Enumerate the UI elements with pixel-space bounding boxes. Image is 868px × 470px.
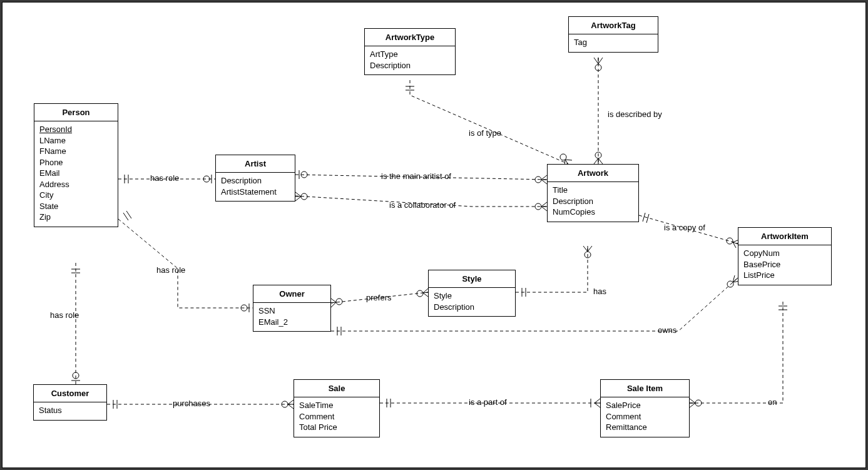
svg-line-19	[295, 192, 301, 197]
svg-point-14	[535, 176, 541, 183]
entity-title: Owner	[253, 285, 330, 303]
erd-canvas: Person PersonId LName FName Phone EMail …	[2, 2, 866, 468]
rel-is-described-by: is described by	[608, 110, 662, 119]
entity-title: ArtworkItem	[738, 228, 831, 245]
entity-title: Person	[34, 104, 118, 121]
rel-has-role-2: has role	[156, 265, 185, 275]
rel-is-part-of: is a part of	[469, 397, 507, 407]
svg-point-2	[203, 176, 210, 182]
svg-line-77	[595, 403, 600, 407]
rel-is-copy-of: is a copy of	[664, 223, 705, 232]
svg-line-29	[565, 160, 572, 160]
svg-line-42	[331, 302, 336, 303]
svg-line-71	[288, 404, 294, 409]
entity-attrs: SalePrice Comment Remittance	[601, 397, 689, 437]
svg-line-51	[583, 246, 588, 252]
svg-line-47	[423, 293, 428, 297]
svg-point-18	[301, 193, 307, 200]
rel-collaborator: is a collaborator of	[389, 200, 456, 210]
svg-line-65	[733, 275, 735, 282]
rel-has: has	[593, 287, 606, 296]
entity-artworkitem: ArtworkItem CopyNum BasePrice ListPrice	[738, 227, 832, 285]
entity-person: Person PersonId LName FName Phone EMail …	[34, 103, 118, 227]
svg-point-28	[560, 154, 566, 160]
svg-line-58	[733, 242, 738, 244]
entity-artworktag: ArtworkTag Tag	[568, 16, 658, 53]
entity-title: ArtworkType	[365, 29, 455, 46]
svg-line-21	[295, 197, 301, 201]
entity-title: Customer	[34, 385, 106, 402]
entity-attrs: SaleTime Comment Total Price	[294, 397, 379, 437]
svg-point-62	[727, 281, 733, 287]
svg-line-16	[541, 180, 547, 184]
svg-line-41	[331, 299, 336, 302]
entity-owner: Owner SSN EMail_2	[253, 285, 331, 332]
entity-sale: Sale SaleTime Comment Total Price	[294, 379, 380, 437]
svg-line-4	[123, 213, 128, 220]
svg-line-45	[423, 289, 428, 293]
svg-line-81	[690, 403, 695, 407]
svg-line-34	[598, 58, 603, 64]
entity-saleitem: Sale Item SalePrice Comment Remittance	[600, 379, 690, 437]
rel-prefers: prefers	[366, 293, 391, 302]
entity-attrs: Description ArtistStatement	[216, 173, 295, 201]
svg-line-46	[423, 292, 428, 293]
entity-artist: Artist Description ArtistStatement	[215, 155, 295, 202]
entity-attrs: PersonId LName FName Phone EMail Address…	[34, 121, 118, 227]
svg-line-79	[690, 399, 695, 403]
entity-attrs: Tag	[569, 34, 658, 52]
svg-point-6	[241, 305, 247, 311]
svg-point-35	[595, 64, 601, 71]
entity-attrs: SSN EMail_2	[253, 303, 330, 331]
rel-purchases: purchases	[173, 399, 210, 408]
svg-point-40	[336, 299, 342, 305]
entity-title: Sale	[294, 380, 379, 397]
svg-point-56	[727, 238, 733, 244]
svg-line-43	[331, 302, 336, 307]
rel-main-artist: is the main aritist of	[381, 171, 451, 181]
entity-title: Style	[429, 270, 515, 288]
svg-line-37	[594, 158, 598, 164]
rel-has-role-1: has role	[150, 173, 179, 183]
entity-title: Artwork	[548, 165, 638, 182]
svg-line-59	[733, 242, 736, 248]
svg-line-54	[643, 213, 645, 222]
svg-line-69	[288, 400, 294, 404]
svg-line-25	[541, 207, 547, 211]
entity-attrs: Title Description NumCopies	[548, 182, 638, 222]
rel-is-of-type: is of type	[469, 128, 501, 138]
entity-artworktype: ArtworkType ArtType Description	[364, 28, 456, 75]
entity-style: Style Style Description	[428, 270, 516, 317]
entity-attrs: Status	[34, 402, 106, 420]
entity-title: Sale Item	[601, 380, 689, 397]
svg-line-23	[541, 202, 547, 207]
svg-line-53	[588, 246, 592, 252]
svg-point-22	[535, 203, 541, 210]
svg-point-44	[417, 290, 423, 297]
svg-line-32	[594, 58, 598, 64]
svg-point-36	[595, 152, 601, 158]
entity-attrs: CopyNum BasePrice ListPrice	[738, 245, 831, 285]
entity-attrs: ArtType Description	[365, 46, 455, 74]
rel-on: on	[768, 397, 777, 407]
svg-line-64	[733, 278, 738, 282]
svg-point-10	[73, 372, 79, 379]
svg-line-39	[598, 158, 603, 164]
svg-line-55	[646, 214, 649, 223]
svg-point-50	[585, 252, 591, 258]
entity-artwork: Artwork Title Description NumCopies	[547, 164, 639, 222]
svg-point-12	[301, 171, 307, 178]
svg-line-5	[126, 211, 131, 218]
rel-has-role-3: has role	[50, 310, 79, 320]
svg-line-15	[541, 175, 547, 180]
entity-title: ArtworkTag	[569, 17, 658, 34]
entity-title: Artist	[216, 155, 295, 173]
svg-point-78	[695, 400, 702, 406]
svg-line-75	[595, 399, 600, 403]
rel-owns: owns	[658, 325, 677, 335]
entity-customer: Customer Status	[33, 384, 107, 421]
svg-point-68	[282, 401, 288, 407]
entity-attrs: Style Description	[429, 288, 515, 316]
